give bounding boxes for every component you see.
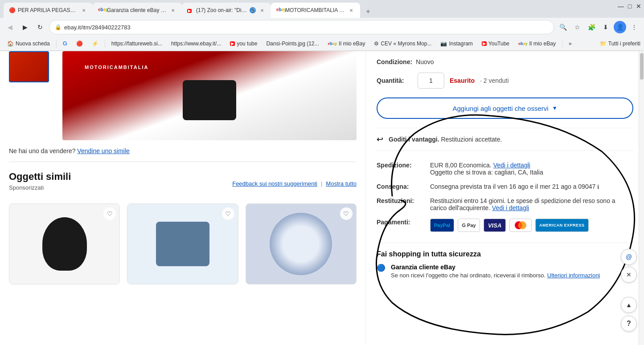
scroll-to-top-button[interactable]: ▲ (621, 297, 637, 313)
safety-title: Fai shopping in tutta sicurezza (377, 250, 633, 258)
product-thumbnail[interactable] (9, 51, 49, 82)
bookmark-dash[interactable]: ⚡ (88, 39, 102, 48)
bookmark-mio-ebay2[interactable]: ebay Il mio eBay (515, 39, 559, 48)
separator: | (321, 180, 322, 187)
minimize-button[interactable]: — (617, 3, 624, 10)
gpay-text: G Pay (462, 223, 476, 228)
bookmark-youtube-main[interactable]: ▶ YouTube (478, 39, 513, 48)
bookmark-youtube-bm[interactable]: ▶ you tube (226, 39, 261, 48)
returns-row-table: Restituzioni: Restituzioni entro 14 gior… (377, 194, 633, 215)
all-bookmarks[interactable]: 📁 Tutti i preferiti (600, 41, 640, 47)
yt-main-icon: ▶ (482, 41, 487, 46)
safety-item-content: Garanzia cliente eBay Se non ricevi l'og… (391, 264, 600, 280)
feedback-link[interactable]: Feedback sui nostri suggerimenti (232, 180, 317, 187)
tab-title-2: Garanzia cliente eBay | eBay.it (107, 7, 167, 13)
bookmark-cev[interactable]: ⚙ CEV « Myrons Mop... (370, 39, 435, 48)
tab-close-4[interactable]: ✕ (348, 7, 355, 14)
tab-close-2[interactable]: ✕ (169, 7, 176, 14)
wishlist-btn-3[interactable]: ♡ (340, 207, 353, 220)
returns-detail-link[interactable]: Vedi i dettagli (492, 204, 529, 211)
help-button[interactable]: ? (621, 316, 637, 332)
returns-bold-text: Goditi i vantaggi. (389, 136, 439, 143)
refresh-button[interactable]: ↻ (34, 21, 46, 33)
bookmark-fattureweb[interactable]: https://fattureweb.si... (108, 39, 166, 48)
menu-button[interactable]: ⋮ (628, 21, 640, 33)
tab-garanzia[interactable]: ebay Garanzia cliente eBay | eBay.it ✕ (93, 3, 182, 18)
watch-button[interactable]: Aggiungi agli oggetti che osservi ▼ (377, 97, 633, 119)
back-button[interactable]: ◀ (4, 21, 16, 33)
tab-youtube[interactable]: ▶ (17) Zoo on-air: "Diretta vid... 🔊 ✕ (182, 3, 271, 18)
right-panel: Condizione: Nuovo Quantità: Esaurito · 2… (365, 51, 644, 345)
address-bar[interactable]: 🔒 ebay.it/itm/284940222783 (49, 20, 554, 34)
folder-icon: 📁 (600, 41, 607, 47)
wishlist-btn-2[interactable]: ♡ (222, 207, 234, 220)
tab-favicon-2: ebay (98, 7, 104, 13)
bookmark-button[interactable]: ☆ (571, 21, 583, 33)
bookmark-overflow[interactable]: » (565, 39, 575, 48)
bookmark-dansi[interactable]: Dansi-Points.jpg (12... (263, 39, 322, 48)
shipping-detail-link[interactable]: Vedi i dettagli (493, 162, 530, 169)
tab-title-1: PER APRILIA PEGASO 125 91 9... (18, 7, 78, 13)
similar-title-block: Oggetti simili Sponsorizzati (9, 171, 71, 196)
show-all-link[interactable]: Mostra tutto (326, 180, 357, 187)
bookmark-new-tab[interactable]: 🏠 Nuova scheda (4, 39, 53, 48)
sell-section: Ne hai uno da vendere? Vendine uno simil… (0, 140, 365, 162)
payment-methods: PayPal G Pay VISA (430, 219, 633, 232)
yt-bm-icon: ▶ (230, 41, 235, 46)
quantity-input[interactable] (418, 73, 444, 89)
similar-title: Oggetti simili (9, 171, 71, 183)
returns-label-cell: Restituzioni: (377, 194, 430, 215)
bookmark-instagram[interactable]: 📷 Instagram (437, 39, 476, 48)
zoom-button[interactable]: 🔍 (557, 21, 569, 33)
bookmark-separator-1 (56, 40, 57, 48)
new-tab-icon: 🏠 (7, 41, 14, 47)
mio-ebay2-label: Il mio eBay (529, 41, 556, 47)
sell-link[interactable]: Vendine uno simile (77, 147, 130, 154)
similar-card-img-2: ♡ (127, 204, 238, 284)
part-2-img (156, 222, 209, 266)
sell-text: Ne hai uno da vendere? (9, 147, 75, 154)
bookmark-ebay[interactable]: https://www.ebay.it/... (168, 39, 225, 48)
forward-button[interactable]: ▶ (19, 21, 31, 33)
product-part (183, 80, 236, 120)
download-button[interactable]: ⬇ (599, 21, 612, 33)
delivery-value: Consegna prevista tra il ven 16 ago e il… (430, 183, 595, 190)
product-main-image[interactable]: MOTORICAMBITALIA (62, 51, 357, 140)
extensions-button[interactable]: 🧩 (585, 21, 598, 33)
mastercard-badge (509, 219, 532, 232)
ebay-bm-label: https://www.ebay.it/... (171, 41, 222, 47)
scrollbar-thumb[interactable] (640, 53, 644, 80)
condition-value: Nuovo (416, 58, 434, 65)
similar-card-1[interactable]: ♡ (9, 203, 120, 284)
bookmark-google[interactable]: G (59, 39, 71, 48)
bookmark-mio-ebay[interactable]: ebay Il mio eBay (324, 39, 369, 48)
side-action-btn-2[interactable]: ✕ (621, 267, 637, 283)
similar-card-2[interactable]: ♡ (127, 203, 238, 284)
delivery-label-cell: Consegna: (377, 179, 430, 194)
bookmark-separator-3 (562, 40, 562, 48)
shipping-value: EUR 8,00 Economica. (430, 162, 492, 169)
watch-button-label: Aggiungi agli oggetti che osservi (452, 105, 548, 112)
part-3-img (270, 213, 332, 275)
safety-guarantee-item: 🔵 Garanzia cliente eBay Se non ricevi l'… (377, 264, 633, 280)
brand-watermark: MOTORICAMBITALIA (85, 65, 148, 70)
tab-title-4: MOTORICAMBITALIA | eBay Sto... (285, 7, 345, 13)
safety-item-link[interactable]: Ulteriori informazioni (547, 272, 600, 279)
close-button[interactable]: ✕ (635, 3, 642, 10)
maximize-button[interactable]: □ (626, 3, 633, 10)
wishlist-btn-1[interactable]: ♡ (103, 207, 116, 220)
tab-pegaso[interactable]: 🔴 PER APRILIA PEGASO 125 91 9... ✕ (4, 3, 93, 18)
delivery-info-icon[interactable]: ℹ (597, 184, 599, 190)
scrollbar-track[interactable] (639, 51, 644, 345)
side-action-btn-1[interactable]: @ (621, 249, 637, 265)
details-table: Spedizione: EUR 8,00 Economica. Vedi i d… (377, 158, 633, 235)
tab-close-1[interactable]: ✕ (80, 7, 87, 14)
address-text: ebay.it/itm/284940222783 (64, 24, 548, 31)
profile-button[interactable]: 👤 (614, 21, 626, 33)
new-tab-button[interactable]: + (362, 5, 374, 18)
similar-card-3[interactable]: ♡ (246, 203, 357, 284)
similar-card-img-3: ♡ (246, 204, 356, 284)
tab-close-3[interactable]: ✕ (258, 7, 266, 14)
tab-motoricambitalia[interactable]: ebay MOTORICAMBITALIA | eBay Sto... ✕ (271, 3, 360, 18)
bookmark-favicon2[interactable]: 🔴 (73, 39, 86, 48)
